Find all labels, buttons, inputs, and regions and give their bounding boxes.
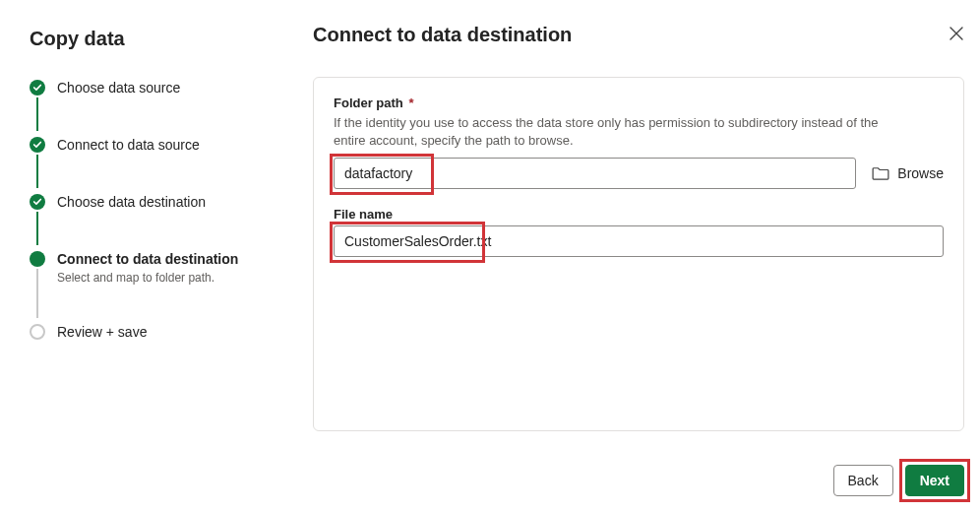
close-icon — [949, 26, 964, 41]
file-name-field: File name — [334, 207, 944, 257]
step-choose-destination[interactable]: Choose data destination — [30, 192, 276, 249]
checkmark-icon — [30, 80, 45, 96]
folder-path-input[interactable] — [334, 158, 856, 189]
checkmark-icon — [30, 194, 45, 210]
folder-icon — [872, 166, 889, 180]
back-button[interactable]: Back — [833, 465, 893, 496]
folder-path-label: Folder path * — [334, 96, 944, 110]
next-button[interactable]: Next — [905, 465, 964, 496]
step-list: Choose data source Connect to data sourc… — [30, 78, 276, 379]
form-panel: Folder path * If the identity you use to… — [313, 77, 964, 431]
main-header: Connect to data destination — [313, 24, 964, 51]
step-label: Choose data destination — [57, 192, 206, 212]
sidebar-title: Copy data — [30, 28, 276, 50]
file-name-input[interactable] — [334, 225, 944, 257]
step-choose-source[interactable]: Choose data source — [30, 78, 276, 135]
folder-path-description: If the identity you use to access the da… — [334, 114, 885, 150]
step-label: Connect to data source — [57, 135, 200, 155]
file-name-label: File name — [334, 207, 944, 222]
footer-actions: Back Next — [313, 447, 964, 496]
step-connect-source[interactable]: Connect to data source — [30, 135, 276, 192]
step-review-save[interactable]: Review + save — [30, 322, 276, 379]
wizard-sidebar: Copy data Choose data source Connect to … — [0, 0, 295, 512]
folder-path-row: Browse — [334, 158, 944, 189]
close-button[interactable] — [937, 24, 964, 51]
current-step-icon — [30, 251, 45, 267]
page-title: Connect to data destination — [313, 24, 572, 46]
browse-label: Browse — [897, 165, 944, 181]
main-panel: Connect to data destination Folder path … — [295, 0, 980, 512]
step-label: Review + save — [57, 322, 147, 342]
step-connect-destination[interactable]: Connect to data destination Select and m… — [30, 249, 276, 322]
folder-path-field: Folder path * If the identity you use to… — [334, 96, 944, 189]
step-label: Choose data source — [57, 78, 180, 97]
browse-button[interactable]: Browse — [872, 165, 944, 181]
required-marker: * — [408, 96, 413, 110]
checkmark-icon — [30, 137, 45, 153]
open-step-icon — [30, 324, 45, 340]
step-label: Connect to data destination — [57, 249, 238, 269]
step-sublabel: Select and map to folder path. — [57, 271, 238, 285]
